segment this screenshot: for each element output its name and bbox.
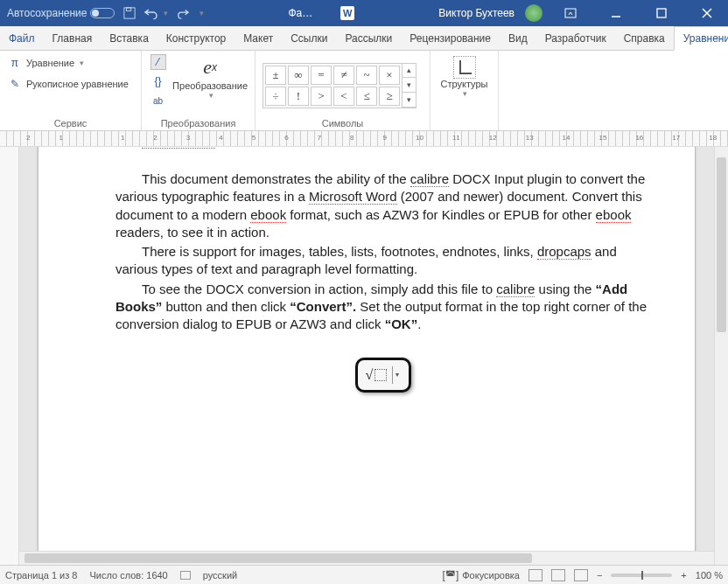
tab-file[interactable]: Файл bbox=[0, 26, 44, 50]
symbol-cell[interactable]: > bbox=[311, 87, 332, 106]
professional-format-icon[interactable]: ∕ bbox=[150, 54, 166, 70]
equation-options-button[interactable]: ▾ bbox=[392, 366, 401, 384]
ruler-num: 12 bbox=[489, 134, 497, 142]
ruler-num: 15 bbox=[599, 134, 607, 142]
svg-rect-1 bbox=[127, 8, 131, 11]
chevron-down-icon: ▾ bbox=[164, 9, 168, 17]
save-button[interactable] bbox=[123, 7, 136, 19]
autosave-label: Автосохранение bbox=[7, 7, 87, 19]
ink-equation-label: Рукописное уравнение bbox=[26, 79, 129, 89]
symbol-cell[interactable]: × bbox=[379, 66, 400, 85]
ruler-num: 8 bbox=[350, 134, 354, 142]
symbol-cell[interactable]: ≤ bbox=[356, 87, 377, 106]
spell-error: ebook bbox=[596, 207, 632, 223]
user-avatar[interactable] bbox=[525, 4, 542, 22]
tab-review[interactable]: Рецензирование bbox=[401, 26, 500, 50]
print-layout-view-button[interactable] bbox=[528, 569, 542, 581]
word-count[interactable]: Число слов: 1640 bbox=[89, 570, 167, 581]
linear-format-icon[interactable]: {} bbox=[150, 73, 166, 89]
spell-error: calibre bbox=[496, 282, 535, 297]
ribbon: π Уравнение ▾ ✎ Рукописное уравнение Сер… bbox=[0, 51, 728, 131]
symbols-gallery[interactable]: ± ∞ = ≠ ~ × ÷ ! > < ≤ ≥ bbox=[262, 63, 402, 108]
horizontal-ruler[interactable]: 2 1 1 2 3 4 5 6 7 8 9 10 11 12 13 14 15 … bbox=[0, 131, 728, 147]
maximize-button[interactable] bbox=[644, 0, 679, 26]
symbol-cell[interactable]: ∞ bbox=[288, 66, 309, 85]
focus-mode-button[interactable]: [◚]Фокусировка bbox=[443, 569, 520, 581]
ruler-num: 17 bbox=[672, 134, 680, 142]
tab-home[interactable]: Главная bbox=[44, 26, 102, 50]
language-indicator[interactable]: русский bbox=[203, 570, 237, 581]
normal-text-icon[interactable]: ab bbox=[150, 93, 166, 108]
symbols-scroll[interactable]: ▴ ▾ ▾ bbox=[402, 63, 416, 108]
tab-help[interactable]: Справка bbox=[615, 26, 674, 50]
symbol-cell[interactable]: ÷ bbox=[265, 87, 286, 106]
tab-insert[interactable]: Вставка bbox=[101, 26, 158, 50]
equation-menu-button[interactable]: π Уравнение ▾ bbox=[7, 54, 84, 72]
scroll-down-icon[interactable]: ▾ bbox=[402, 78, 416, 93]
maximize-icon bbox=[656, 8, 667, 18]
ribbon-display-button[interactable] bbox=[553, 0, 588, 26]
symbol-cell[interactable]: ± bbox=[265, 66, 286, 85]
convert-button[interactable]: ex Преобразование ▾ bbox=[172, 54, 248, 100]
ribbon-tabs: Файл Главная Вставка Конструктор Макет С… bbox=[0, 26, 728, 51]
symbol-cell[interactable]: ~ bbox=[356, 66, 377, 85]
symbol-cell[interactable]: ≥ bbox=[379, 87, 400, 106]
minimize-icon bbox=[611, 8, 621, 18]
status-bar: Страница 1 из 8 Число слов: 1640 русский… bbox=[0, 565, 728, 584]
paragraph[interactable]: There is support for images, tables, lis… bbox=[116, 243, 651, 279]
chevron-down-icon: ▾ bbox=[209, 91, 214, 100]
tab-equation[interactable]: Уравнение bbox=[674, 26, 728, 51]
ink-equation-button[interactable]: ✎ Рукописное уравнение bbox=[7, 75, 129, 93]
scrollbar-thumb[interactable] bbox=[24, 553, 532, 563]
autosave-toggle[interactable]: Автосохранение bbox=[7, 7, 115, 19]
symbol-cell[interactable]: ≠ bbox=[333, 66, 354, 85]
user-name[interactable]: Виктор Бухтеев bbox=[438, 7, 514, 19]
close-button[interactable] bbox=[690, 0, 724, 26]
proofing-icon[interactable] bbox=[180, 571, 191, 580]
paragraph[interactable]: To see the DOCX conversion in action, si… bbox=[116, 281, 651, 334]
ruler-num: 2 bbox=[26, 134, 30, 142]
read-mode-view-button[interactable] bbox=[551, 569, 565, 581]
tab-mailings[interactable]: Рассылки bbox=[336, 26, 401, 50]
zoom-in-button[interactable]: + bbox=[681, 570, 686, 581]
tab-view[interactable]: Вид bbox=[500, 26, 536, 50]
ruler-num: 5 bbox=[252, 134, 256, 142]
tab-developer[interactable]: Разработчик bbox=[536, 26, 615, 50]
symbol-cell[interactable]: ! bbox=[288, 87, 309, 106]
paragraph[interactable]: This document demonstrates the ability o… bbox=[116, 170, 651, 241]
equation-slot[interactable] bbox=[374, 369, 387, 381]
zoom-slider[interactable] bbox=[611, 574, 672, 577]
gallery-expand-icon[interactable]: ▾ bbox=[402, 93, 416, 108]
convert-label: Преобразование bbox=[172, 80, 248, 91]
structures-button[interactable]: Структуры ▾ bbox=[438, 54, 491, 98]
tab-layout[interactable]: Макет bbox=[234, 26, 282, 50]
page-scroll[interactable]: This document demonstrates the ability o… bbox=[19, 147, 714, 565]
page[interactable]: This document demonstrates the ability o… bbox=[38, 147, 696, 565]
undo-button[interactable]: ▾ bbox=[144, 7, 168, 19]
tab-design[interactable]: Конструктор bbox=[158, 26, 234, 50]
web-layout-view-button[interactable] bbox=[574, 569, 588, 581]
vertical-ruler[interactable] bbox=[0, 147, 19, 565]
zoom-out-button[interactable]: − bbox=[597, 570, 602, 581]
tab-references[interactable]: Ссылки bbox=[282, 26, 336, 50]
ruler-num: 3 bbox=[186, 134, 190, 142]
redo-button[interactable] bbox=[177, 7, 189, 19]
page-indicator[interactable]: Страница 1 из 8 bbox=[5, 570, 77, 581]
fraction-icon bbox=[453, 56, 476, 79]
toggle-off-icon bbox=[90, 8, 115, 18]
vertical-scrollbar[interactable] bbox=[714, 147, 728, 565]
title-bar: Автосохранение ▾ ▾ Фа… W Виктор Бухтеев bbox=[0, 0, 728, 26]
equation-placeholder[interactable]: √ ▾ bbox=[355, 358, 411, 393]
horizontal-scrollbar[interactable] bbox=[19, 551, 714, 565]
close-icon bbox=[702, 8, 712, 18]
document-area: This document demonstrates the ability o… bbox=[0, 147, 728, 565]
zoom-level[interactable]: 100 % bbox=[696, 570, 723, 581]
minimize-button[interactable] bbox=[598, 0, 634, 26]
symbol-cell[interactable]: = bbox=[311, 66, 332, 85]
chevron-down-icon: ▾ bbox=[80, 59, 84, 67]
scrollbar-thumb[interactable] bbox=[717, 157, 726, 332]
ruler-num: 16 bbox=[635, 134, 643, 142]
equation-menu-label: Уравнение bbox=[26, 58, 74, 68]
scroll-up-icon[interactable]: ▴ bbox=[402, 64, 416, 79]
symbol-cell[interactable]: < bbox=[333, 87, 354, 106]
